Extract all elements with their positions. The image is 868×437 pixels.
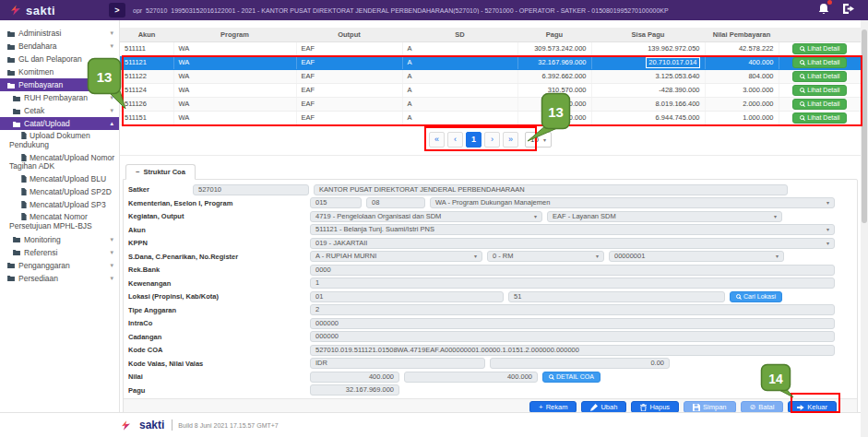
lihat-detail-button[interactable]: Lihat Detail	[792, 99, 847, 110]
logout-button[interactable]	[842, 2, 855, 18]
sidebar-item-cetak[interactable]: Cetak▾	[0, 104, 119, 117]
satker-name-field[interactable]: KANTOR PUSAT DIREKTORAT JENDERAL PERBEND…	[314, 184, 788, 195]
sidebar-item-mencatat-upload-nomor-tagihan-adk[interactable]: Mencatat/Upload Nomor Tagihan ADK	[0, 152, 119, 174]
akun-select[interactable]: 511121 - Belanja Tunj. Suami/Istri PNS▾	[310, 224, 835, 235]
sidebar-toggle-button[interactable]: >	[109, 3, 125, 18]
pagination-page-1-button[interactable]: 1	[466, 132, 482, 148]
col-header-pagu: Pagu	[517, 28, 591, 41]
cadangan-field[interactable]: 000000	[310, 331, 835, 342]
kementerian-code-field[interactable]: 015	[310, 197, 362, 208]
chevron-down-icon: ▾	[110, 30, 113, 37]
scrollbar-thumb[interactable]	[862, 30, 867, 223]
pagination: « ‹ 1 › » 10 ▾	[120, 132, 861, 156]
table-row[interactable]: 511151 WA EAF A 130.000.000 6.944.745.00…	[120, 111, 861, 124]
sidebar-item-mencatat-upload-sp2d[interactable]: Mencatat/Upload SP2D	[0, 186, 119, 199]
cari-lokasi-button[interactable]: Cari Lokasi	[730, 291, 782, 302]
nilai-field-2[interactable]: 400.000	[404, 372, 538, 383]
sidebar-item-administrasi[interactable]: Administrasi▾	[0, 27, 119, 40]
chevron-up-icon: ▴	[110, 120, 113, 127]
chevron-down-icon: ▾	[110, 42, 113, 50]
kode-coa-label: Kode COA	[128, 346, 310, 354]
sidebar-item-bendahara[interactable]: Bendahara▾	[0, 40, 119, 53]
sidebar-item-monitoring[interactable]: Monitoring▾	[0, 233, 119, 246]
tab-struktur-coa[interactable]: −Struktur Coa	[125, 164, 196, 180]
tipe-anggaran-field[interactable]: 2	[310, 304, 835, 315]
search-icon	[800, 88, 804, 92]
chevron-down-icon: ▾	[534, 212, 537, 221]
lihat-detail-button[interactable]: Lihat Detail	[792, 112, 847, 124]
plus-icon: +	[539, 404, 543, 411]
sidebar-item-penganggaran[interactable]: Penganggaran▾	[0, 259, 119, 272]
notifications-button[interactable]	[818, 2, 829, 18]
intraco-field[interactable]: 000000	[310, 318, 835, 329]
sumber-dana-select[interactable]: A - RUPIAH MURNI▾	[310, 251, 482, 262]
program-select[interactable]: WA - Program Dukungan Manajemen▾	[430, 197, 835, 208]
sidebar-item-komitmen[interactable]: Komitmen	[0, 65, 119, 78]
sidebar-item-pembayaran[interactable]: Pembayaran	[0, 78, 119, 91]
table-row[interactable]: 511122 WA EAF A 6.392.662.000 3.125.053.…	[120, 69, 861, 83]
kabkota-field[interactable]: 51	[508, 291, 725, 302]
kegiatan-label: Kegiatan, Output	[128, 212, 310, 220]
table-row[interactable]: 511124 WA EAF A 310.570.000 -428.390.000…	[120, 83, 861, 97]
chevron-down-icon: ▾	[543, 136, 546, 143]
sidebar-item-upload-dokumen-pendukung[interactable]: Upload Dokumen Pendukung	[0, 130, 119, 152]
sakti-logo-icon	[9, 4, 22, 17]
footer-logo-text: sakti	[139, 419, 164, 431]
vertical-scrollbar[interactable]	[861, 20, 868, 437]
col-header-nilai-pembayaran: Nilai Pembayaran	[705, 28, 779, 41]
sakti-logo-icon	[120, 419, 132, 431]
chevron-down-icon: ▾	[774, 212, 777, 221]
output-select[interactable]: EAF - Layanan SDM▾	[547, 211, 782, 222]
chevron-down-icon: ▾	[826, 225, 829, 234]
lihat-detail-button[interactable]: Lihat Detail	[792, 43, 847, 54]
kppn-select[interactable]: 019 - JAKARTAII▾	[310, 238, 835, 249]
kode-coa-field[interactable]: 527010.019.511121.01508WA.4719EAF.A00000…	[310, 345, 835, 356]
table-row-selected[interactable]: 511121 WA EAF A 32.167.969.000 20.710.01…	[120, 55, 861, 69]
table-row[interactable]: 511126 WA EAF A 160.000.000 8.019.166.40…	[120, 97, 861, 111]
lihat-detail-button[interactable]: Lihat Detail	[792, 57, 847, 68]
cara-penarikan-select[interactable]: 0 - RM▾	[487, 251, 604, 262]
sidebar-item-mencatat-upload-blu[interactable]: Mencatat/Upload BLU	[0, 173, 119, 186]
search-icon	[800, 46, 804, 51]
sidebar-item-mencatat-upload-sp3[interactable]: Mencatat/Upload SP3	[0, 199, 119, 212]
akun-label: Akun	[128, 226, 310, 234]
kode-valas-field[interactable]: IDR	[310, 358, 485, 369]
pagination-prev-button[interactable]: ‹	[447, 132, 463, 148]
table-row[interactable]: 511111 WA EAF A 309.573.242.000 139.962.…	[120, 41, 861, 55]
lihat-detail-button[interactable]: Lihat Detail	[792, 71, 847, 82]
sidebar-item-ruh-pembayaran[interactable]: RUH Pembayaran▾	[0, 91, 119, 104]
rekbank-label: Rek.Bank	[128, 266, 310, 274]
pagination-first-button[interactable]: «	[429, 132, 445, 148]
save-icon	[693, 404, 700, 411]
sidebar-item-catat-upload[interactable]: Catat/Upload▴	[0, 117, 119, 130]
lihat-detail-button[interactable]: Lihat Detail	[792, 85, 847, 96]
sidebar-item-mencatat-nomor-persetujuan-mphl-bjs[interactable]: Mencatat Nomor Persetujuan MPHL-BJS	[0, 211, 119, 233]
no-register-select[interactable]: 00000001▾	[609, 251, 784, 262]
rekbank-field[interactable]: 0000	[310, 265, 835, 276]
propinsi-field[interactable]: 01	[310, 291, 504, 302]
footer: sakti Build 8 Juni 2021 17.15.57 GMT+7	[0, 412, 868, 437]
col-header-akun: Akun	[120, 28, 173, 41]
nilai-field-1[interactable]: 400.000	[310, 372, 399, 383]
chevron-down-icon: ▾	[110, 249, 113, 256]
page-size-select[interactable]: 10 ▾	[525, 132, 552, 148]
eselon-field[interactable]: 08	[366, 197, 425, 208]
kegiatan-select[interactable]: 4719 - Pengelolaan Organisasi dan SDM▾	[310, 211, 542, 222]
kewenangan-field[interactable]: 1	[310, 278, 835, 289]
pagination-last-button[interactable]: »	[503, 132, 518, 148]
sidebar-item-persediaan[interactable]: Persediaan▾	[0, 272, 119, 285]
detail-coa-button[interactable]: DETAIL COA	[542, 372, 600, 383]
sidebar-item-referensi[interactable]: Referensi▾	[0, 246, 119, 259]
table-header-row: Akun Program Output SD Pagu Sisa Pagu Ni…	[120, 28, 861, 41]
pagu-field[interactable]: 32.167.969.000	[310, 384, 399, 396]
pagination-next-button[interactable]: ›	[484, 132, 500, 148]
folder-icon	[7, 275, 15, 281]
kewenangan-label: Kewenangan	[128, 279, 310, 288]
logout-icon	[842, 3, 855, 15]
sidebar-item-gl-dan-pelaporan[interactable]: GL dan Pelaporan	[0, 53, 119, 65]
satker-code-field[interactable]: 527010	[193, 184, 309, 195]
cadangan-label: Cadangan	[128, 333, 310, 341]
chevron-down-icon: ▾	[110, 275, 113, 282]
nilai-valas-field[interactable]: 0.00	[490, 358, 670, 369]
folder-icon	[13, 236, 20, 242]
